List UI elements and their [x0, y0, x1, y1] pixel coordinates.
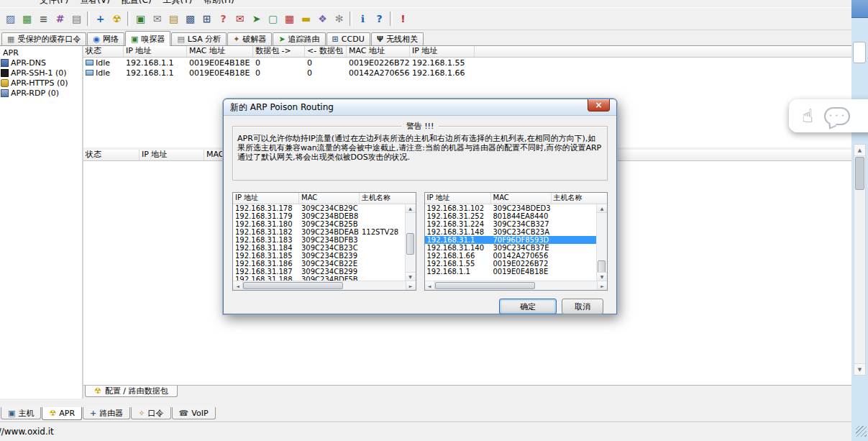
tab-cracker[interactable]: ✦ 破解器	[227, 32, 272, 45]
resize-grip[interactable]	[856, 426, 867, 437]
base64-icon[interactable]: ≡	[35, 11, 52, 27]
host-row[interactable]: 192.168.31.140 309C234CB37E	[425, 244, 597, 252]
menu-tools[interactable]: 工具(T)	[163, 0, 193, 6]
background-window-button[interactable]	[853, 42, 866, 63]
column-header[interactable]: <- 数据包	[305, 46, 347, 57]
column-header[interactable]: MAC 地址	[347, 46, 410, 57]
query-icon[interactable]: ?	[215, 11, 232, 27]
add-to-list-icon[interactable]: +	[92, 11, 109, 27]
sidebar-item-apr-rdp[interactable]: APR-RDP (0)	[0, 88, 82, 98]
traceroute-icon[interactable]: ➤	[248, 11, 265, 27]
column-header[interactable]: 状态	[83, 46, 124, 57]
tab-traceroute[interactable]: ➤ 追踪路由	[273, 32, 325, 45]
scroll-left-icon[interactable]: ◄	[233, 281, 243, 290]
host-row[interactable]: 192.168.31.185 309C234CB239	[233, 252, 405, 260]
menu-help[interactable]: 帮助(H)	[204, 0, 234, 6]
sidebar-item-apr[interactable]: APR	[0, 47, 82, 58]
certificates-icon[interactable]: ❖	[314, 11, 331, 27]
filter-icon[interactable]: ✻	[331, 11, 347, 27]
chat-bubble-icon[interactable]	[824, 107, 850, 125]
scroll-left-icon[interactable]: ◄	[425, 281, 435, 290]
host-row[interactable]: 192.168.1.66 00142A270656	[425, 252, 597, 260]
tab-network[interactable]: ◉ 网络	[87, 32, 124, 45]
help-icon[interactable]: ?	[371, 11, 388, 27]
horizontal-scrollbar[interactable]: ◄ ►	[425, 281, 608, 290]
start-sniffer-icon[interactable]: ▣	[132, 11, 149, 27]
network-book-icon[interactable]: ▤	[165, 11, 182, 27]
list-column-header[interactable]: 主机名称	[552, 193, 608, 204]
menu-file[interactable]: 文件(F)	[40, 0, 68, 6]
host-row[interactable]: 192.168.31.252 801844EA8440	[425, 212, 597, 220]
resolve-address-icon[interactable]: ✉	[149, 11, 165, 27]
close-button[interactable]: ×	[588, 99, 610, 112]
column-header[interactable]: IP 地址	[140, 150, 204, 160]
cancel-button[interactable]: 取消	[562, 299, 603, 314]
send-mail-icon[interactable]: ✉	[232, 11, 248, 27]
host-row[interactable]: 192.168.31.184 309C234CB23C	[233, 244, 405, 252]
host-row[interactable]: 192.168.31.102 309C234BDED3	[425, 204, 597, 212]
scrollbar-thumb[interactable]	[406, 233, 414, 255]
bottomtab-routing[interactable]: + 路由器	[83, 407, 130, 419]
list-column-header[interactable]: IP 地址	[425, 193, 491, 204]
host-row[interactable]: 192.168.31.188 309C234BDF5B	[233, 276, 405, 281]
column-header[interactable]: IP 地址	[124, 46, 187, 57]
column-header[interactable]: 数据包 ->	[253, 46, 305, 57]
sidebar-item-apr-dns[interactable]: APR-DNS	[0, 58, 82, 68]
calculator-icon[interactable]: ▦	[281, 11, 298, 27]
tab-lsa-secrets[interactable]: ▤ LSA 分析	[171, 32, 227, 45]
column-header[interactable]: MAC 地址	[187, 46, 253, 57]
graph-icon[interactable]: ▨	[2, 11, 19, 27]
sidebar-item-apr-https[interactable]: APR-HTTPS (0)	[0, 78, 82, 88]
column-header[interactable]: 状态	[83, 150, 140, 160]
ok-button[interactable]: 确定	[499, 299, 557, 314]
scroll-right-icon[interactable]: ►	[406, 281, 416, 290]
sheet-tab-configuration[interactable]: ☢ 配置 / 路由数据包	[85, 386, 178, 397]
list-column-header[interactable]: MAC	[491, 193, 552, 204]
scrollbar-thumb[interactable]	[243, 282, 343, 289]
tab-sniffer[interactable]: ▣ 嗅探器	[125, 31, 170, 46]
host-row[interactable]: 192.168.31.182 309C234BDEAB 112STV28	[233, 228, 405, 236]
remote-desktop-icon[interactable]: ▢	[265, 11, 281, 27]
host-row[interactable]: 192.168.31.178 309C234CB29C	[233, 204, 405, 212]
scroll-down-icon[interactable]: ▼	[597, 272, 607, 281]
horizontal-scrollbar[interactable]: ◄ ►	[233, 281, 416, 290]
scroll-up-icon[interactable]: ▲	[406, 204, 416, 213]
tab-protected-store[interactable]: ▦ 受保护的缓存口令	[1, 32, 86, 45]
host-row[interactable]: 192.168.31.224 309C234CB327	[425, 220, 597, 228]
host-row[interactable]: 192.168.1.1 0019E0E4B18E	[425, 268, 597, 276]
scroll-up-icon[interactable]: ▲	[854, 145, 865, 156]
vertical-scrollbar[interactable]: ▲ ▼	[596, 204, 607, 281]
host-row[interactable]: 192.168.31.183 309C234BDFB3	[233, 236, 405, 244]
scroll-up-icon[interactable]: ▲	[597, 204, 607, 213]
scrollbar-thumb[interactable]	[435, 282, 535, 289]
sidebar-item-apr-ssh[interactable]: APR-SSH-1 (0)	[0, 68, 82, 78]
host-row[interactable]: 192.168.31.186 309C234CB22E	[233, 260, 405, 268]
menu-configure[interactable]: 配置(C)	[122, 0, 152, 6]
mac-scanner-icon[interactable]: ▩	[182, 11, 198, 27]
info-icon[interactable]: ℹ	[355, 11, 371, 27]
vertical-scrollbar[interactable]: ▲ ▼	[405, 204, 416, 281]
spreadsheet-icon[interactable]: ▦	[19, 11, 35, 27]
host-row[interactable]: 192.168.31.1 70F96DF8593D	[425, 236, 597, 244]
background-scrollbar[interactable]: ▲ ▼	[854, 144, 866, 376]
scrollbar-thumb[interactable]	[855, 157, 864, 190]
apr-radiation-icon[interactable]: ☢	[109, 11, 125, 27]
scroll-right-icon[interactable]: ►	[597, 281, 607, 290]
bottomtab-apr[interactable]: ☢ APR	[42, 407, 82, 420]
host-row[interactable]: 192.168.1.55 0019E0226B72	[425, 260, 597, 268]
list-column-header[interactable]: MAC	[299, 193, 360, 204]
safety-warning-icon[interactable]: !	[395, 11, 411, 27]
list-column-header[interactable]: 主机名称	[360, 193, 416, 204]
bottomtab-voip[interactable]: ☎ VoIP	[172, 407, 216, 419]
hand-icon[interactable]: ☝	[802, 106, 813, 125]
table-row[interactable]: Idle 192.168.1.1 0019E0E4B18E 0 0 0019E0…	[83, 58, 852, 68]
bottomtab-passwords[interactable]: ✧ 口令	[131, 407, 170, 419]
host-row[interactable]: 192.168.31.148 309C234CB23A	[425, 228, 597, 236]
rss-grid-icon[interactable]: ▤	[68, 11, 85, 27]
scroll-down-icon[interactable]: ▼	[854, 363, 865, 375]
tab-wireless[interactable]: Ψ 无线相关	[371, 32, 424, 45]
table-row[interactable]: Idle 192.168.1.1 0019E0E4B18E 0 0 00142A…	[83, 68, 852, 78]
host-row[interactable]: 192.168.31.180 309C234CB25B	[233, 220, 405, 228]
ccdu-grid-icon[interactable]: ⊞	[198, 11, 215, 27]
dialog-title-bar[interactable]: 新的 ARP Poison Routing ×	[224, 99, 616, 116]
